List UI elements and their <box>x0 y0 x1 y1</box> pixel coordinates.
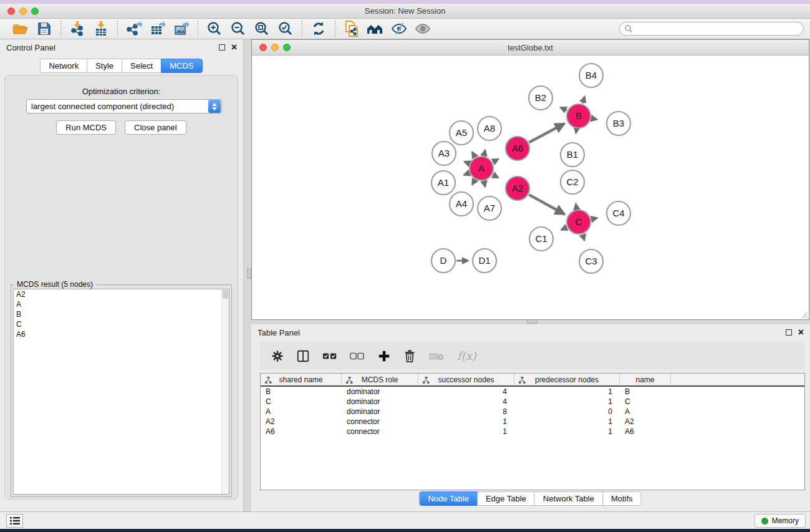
close-panel-icon[interactable]: × <box>231 44 237 51</box>
show-columns-button[interactable] <box>296 349 310 363</box>
table-row[interactable]: Bdominator41B <box>261 387 804 397</box>
export-image-button[interactable] <box>170 20 193 37</box>
open-file-button[interactable] <box>9 20 32 37</box>
graph-edge-B-B3[interactable] <box>592 118 597 120</box>
search-input[interactable] <box>633 23 803 34</box>
graph-node-C1[interactable]: C1 <box>529 227 553 251</box>
graph-node-B4[interactable]: B4 <box>579 64 603 87</box>
graph-node-A[interactable]: A <box>470 157 493 180</box>
column-header-successor-nodes[interactable]: successor nodes <box>418 374 514 385</box>
export-network-button[interactable] <box>122 20 146 37</box>
export-table-button[interactable] <box>146 20 170 37</box>
graph-node-B2[interactable]: B2 <box>529 86 552 110</box>
node-table[interactable]: shared nameMCDS rolesuccessor nodesprede… <box>260 373 805 490</box>
close-panel-icon[interactable]: × <box>798 329 804 336</box>
table-row[interactable]: Cdominator41C <box>261 397 804 407</box>
criterion-select[interactable]: largest connected component (directed) <box>26 99 222 114</box>
graph-edge-A-A4[interactable] <box>472 180 475 185</box>
zoom-selected-button[interactable] <box>274 20 297 37</box>
column-header-shared-name[interactable]: shared name <box>261 374 342 385</box>
table-tab-network-table[interactable]: Network Table <box>534 491 603 506</box>
float-panel-icon[interactable] <box>786 329 792 336</box>
mcds-result-item[interactable]: B <box>14 309 229 319</box>
table-tab-edge-table[interactable]: Edge Table <box>477 491 535 506</box>
mcds-result-list[interactable]: A2ABCA6 <box>13 289 229 495</box>
graph-edge-A2-C[interactable] <box>529 195 564 214</box>
graph-node-B3[interactable]: B3 <box>607 112 630 135</box>
memory-button[interactable]: Memory <box>755 514 806 528</box>
table-tab-node-table[interactable]: Node Table <box>419 491 478 506</box>
delete-table-button[interactable] <box>428 351 445 361</box>
run-mcds-button[interactable]: Run MCDS <box>56 120 116 135</box>
network-canvas[interactable]: AA1A2A3A4A5A6A7A8BB1B2B3B4CC1C2C3C4DD1 <box>252 56 809 319</box>
graph-edge-A-A3[interactable] <box>464 162 469 163</box>
mcds-result-item[interactable]: A6 <box>14 329 229 339</box>
column-header-predecessor-nodes[interactable]: predecessor nodes <box>514 374 620 385</box>
graph-node-A5[interactable]: A5 <box>450 121 473 145</box>
graph-node-B1[interactable]: B1 <box>561 143 584 167</box>
graph-edge-A6-B[interactable] <box>529 123 564 142</box>
graph-edge-A-A2[interactable] <box>493 175 498 178</box>
graph-edge-A-A1[interactable] <box>464 173 470 175</box>
import-network-button[interactable] <box>65 20 89 37</box>
vertical-splitter-handle[interactable] <box>247 268 251 279</box>
table-row[interactable]: A2connector11A2 <box>261 417 804 427</box>
table-settings-button[interactable] <box>271 350 284 362</box>
tab-select[interactable]: Select <box>122 59 162 73</box>
close-panel-button[interactable]: Close panel <box>125 120 186 135</box>
horizontal-splitter-handle[interactable] <box>527 319 538 324</box>
graph-edge-A-A7[interactable] <box>484 181 485 187</box>
graph-node-D1[interactable]: D1 <box>473 249 496 273</box>
graph-edge-A-A5[interactable] <box>472 152 475 157</box>
float-panel-icon[interactable] <box>219 44 225 51</box>
tab-style[interactable]: Style <box>87 59 122 73</box>
column-header-MCDS-role[interactable]: MCDS role <box>342 374 418 385</box>
table-tab-motifs[interactable]: Motifs <box>602 491 642 506</box>
graph-node-A7[interactable]: A7 <box>478 196 501 220</box>
graph-node-B[interactable]: B <box>567 104 591 128</box>
graph-node-C2[interactable]: C2 <box>561 170 584 194</box>
zoom-in-button[interactable] <box>203 20 226 37</box>
refresh-button[interactable] <box>307 20 330 37</box>
mcds-result-item[interactable]: A <box>14 299 229 309</box>
table-row[interactable]: A6connector11A6 <box>261 427 804 437</box>
clone-network-button[interactable] <box>340 20 364 37</box>
scrollbar[interactable] <box>221 289 229 494</box>
graph-node-A1[interactable]: A1 <box>432 171 455 195</box>
window-list-button[interactable] <box>6 514 23 528</box>
graph-edge-B-B2[interactable] <box>561 107 567 110</box>
mcds-result-item[interactable]: C <box>14 319 229 329</box>
zoom-out-button[interactable] <box>226 20 250 37</box>
graph-node-A2[interactable]: A2 <box>506 177 529 200</box>
tab-network[interactable]: Network <box>40 59 87 73</box>
graph-edge-C-C1[interactable] <box>561 228 567 230</box>
deselect-all-button[interactable] <box>350 352 365 360</box>
network-window-titlebar[interactable]: testGlobe.txt <box>252 40 809 56</box>
graph-node-A6[interactable]: A6 <box>506 137 529 160</box>
graph-node-D[interactable]: D <box>432 249 455 273</box>
mcds-result-item[interactable]: A2 <box>14 289 229 299</box>
zoom-fit-button[interactable] <box>250 20 274 37</box>
graph-edge-B-B4[interactable] <box>582 96 585 103</box>
table-row[interactable]: Adominator80A <box>261 407 804 417</box>
select-all-button[interactable] <box>322 352 337 360</box>
resize-grip[interactable] <box>799 310 808 319</box>
graphics-details-button[interactable] <box>387 20 411 37</box>
apply-function-button[interactable]: f(x) <box>457 349 476 362</box>
save-session-button[interactable] <box>32 20 56 37</box>
graph-edge-C-C4[interactable] <box>592 218 597 219</box>
graph-node-A8[interactable]: A8 <box>478 117 501 140</box>
graph-node-A4[interactable]: A4 <box>450 192 473 216</box>
import-table-button[interactable] <box>89 20 113 37</box>
graph-node-A3[interactable]: A3 <box>432 142 456 165</box>
graph-node-C4[interactable]: C4 <box>607 201 630 225</box>
add-column-button[interactable] <box>377 349 391 363</box>
graph-edge-C-C3[interactable] <box>582 235 584 241</box>
search-field[interactable] <box>619 22 804 36</box>
home-button[interactable] <box>364 20 387 37</box>
graph-node-C3[interactable]: C3 <box>579 249 603 273</box>
delete-column-button[interactable] <box>403 349 416 363</box>
show-hide-button[interactable] <box>411 20 435 37</box>
graph-edge-C-C2[interactable] <box>576 204 576 210</box>
tab-mcds[interactable]: MCDS <box>161 59 202 73</box>
